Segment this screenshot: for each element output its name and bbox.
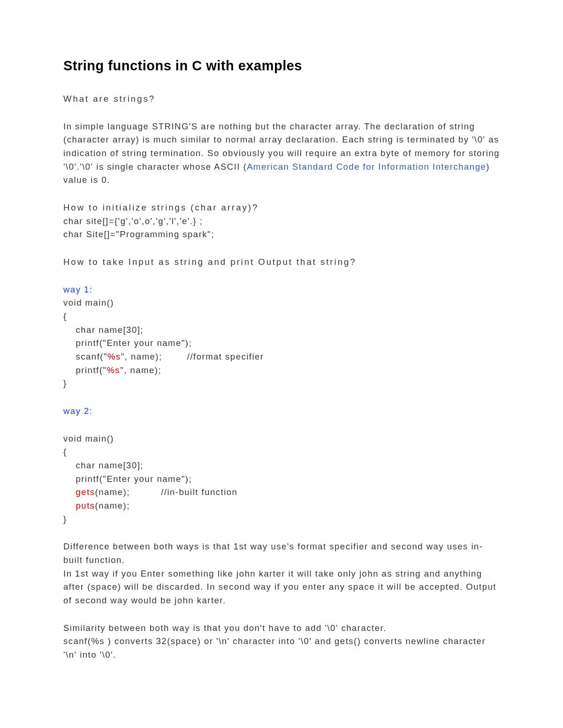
way2-line xyxy=(63,501,76,510)
way2-line: printf("Enter your name"); xyxy=(63,474,192,484)
way2-line: char name[30]; xyxy=(63,460,144,470)
way1-line: ", name); //format specifier xyxy=(121,352,264,361)
format-specifier: %s xyxy=(107,365,120,375)
initialize-heading: How to initialize strings (char array)? xyxy=(63,201,502,215)
format-specifier: %s xyxy=(107,352,121,361)
subheading-what-are-strings: What are strings? xyxy=(63,92,502,106)
way2-label: way 2: xyxy=(63,405,502,418)
similarity-paragraph: Similarity between both way is that you … xyxy=(63,622,502,662)
way1-line: scanf(" xyxy=(63,352,107,361)
code-way-2: void main() { char name[30]; printf("Ent… xyxy=(63,432,502,526)
puts-function: puts xyxy=(76,501,95,510)
intro-paragraph: In simple language STRING'S are nothing … xyxy=(63,120,502,187)
way2-line: } xyxy=(63,514,67,524)
initialize-block: How to initialize strings (char array)? … xyxy=(63,201,502,241)
way1-line: char name[30]; xyxy=(63,325,144,335)
init-code-line-1: char site[]={'g','o',o','g','l','e'.} ; xyxy=(63,215,502,228)
init-code-line-2: char Site[]="Programming spark"; xyxy=(63,228,502,241)
way1-label: way 1: xyxy=(63,285,92,294)
code-way-1: way 1: void main() { char name[30]; prin… xyxy=(63,283,502,390)
way1-line: { xyxy=(63,311,67,321)
page-title: String functions in C with examples xyxy=(63,55,502,76)
ascii-link[interactable]: American Standard Code for Information I… xyxy=(247,162,486,172)
way2-line: { xyxy=(63,447,67,457)
difference-paragraph: Difference between both ways is that 1st… xyxy=(63,540,502,607)
way1-line: printf(" xyxy=(63,365,107,375)
way2-line: void main() xyxy=(63,434,114,443)
way1-line: ", name); xyxy=(120,365,161,375)
way1-line: void main() xyxy=(63,298,114,308)
way1-line: printf("Enter your name"); xyxy=(63,338,192,348)
io-heading: How to take Input as string and print Ou… xyxy=(63,255,502,269)
gets-function: gets xyxy=(76,487,95,497)
document-page: String functions in C with examples What… xyxy=(0,0,563,723)
way2-line: (name); xyxy=(95,501,130,510)
way2-line xyxy=(63,487,76,497)
way1-line: } xyxy=(63,378,67,388)
way2-line: (name); //in-built function xyxy=(95,487,238,497)
